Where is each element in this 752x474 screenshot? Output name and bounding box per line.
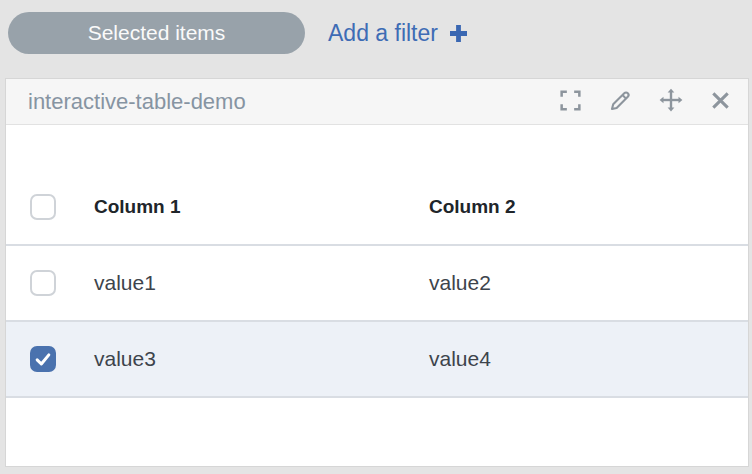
table-cell: value3 xyxy=(94,347,429,371)
column-header-1: Column 1 xyxy=(94,196,429,218)
row-2-checkbox[interactable] xyxy=(30,346,56,372)
fullscreen-icon xyxy=(558,88,583,116)
edit-icon xyxy=(608,88,633,116)
data-table: Column 1 Column 2 value1 value2 xyxy=(6,125,748,398)
selected-items-label: Selected items xyxy=(88,21,226,45)
fullscreen-button[interactable] xyxy=(558,88,583,116)
edit-button[interactable] xyxy=(608,88,633,116)
close-icon xyxy=(709,89,732,115)
move-icon xyxy=(658,87,684,116)
panel-header: interactive-table-demo xyxy=(6,79,748,125)
table-cell: value4 xyxy=(429,347,748,371)
widget-panel: interactive-table-demo xyxy=(5,78,749,467)
panel-icon-toolbar xyxy=(558,87,732,116)
table-cell: value1 xyxy=(94,271,429,295)
row-checkbox-cell xyxy=(30,270,94,296)
header-checkbox-cell xyxy=(30,194,94,220)
column-header-2: Column 2 xyxy=(429,196,748,218)
select-all-checkbox[interactable] xyxy=(30,194,56,220)
table-cell: value2 xyxy=(429,271,748,295)
table-row-2[interactable]: value3 value4 xyxy=(6,322,748,398)
close-button[interactable] xyxy=(709,89,732,115)
row-checkbox-cell xyxy=(30,346,94,372)
table-row-1[interactable]: value1 value2 xyxy=(6,246,748,322)
table-header-row: Column 1 Column 2 xyxy=(6,170,748,246)
row-1-checkbox[interactable] xyxy=(30,270,56,296)
plus-icon xyxy=(448,23,469,44)
add-filter-button[interactable]: Add a filter xyxy=(328,12,469,54)
move-button[interactable] xyxy=(658,87,684,116)
add-filter-label: Add a filter xyxy=(328,20,438,47)
selected-items-button[interactable]: Selected items xyxy=(8,12,305,54)
panel-title: interactive-table-demo xyxy=(28,89,558,115)
